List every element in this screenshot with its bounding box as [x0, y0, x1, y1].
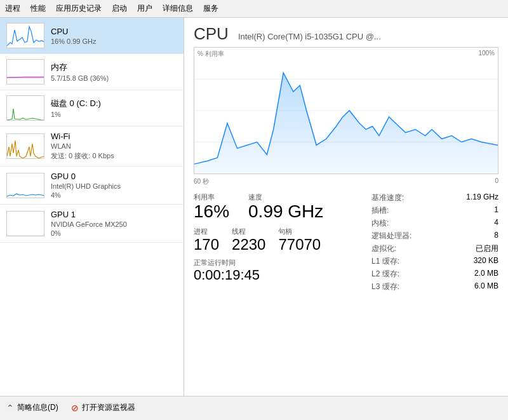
menu-performance[interactable]: 性能: [25, 1, 51, 16]
gpu1-info: GPU 1 NVIDIA GeForce MX250 0%: [51, 210, 177, 237]
handles-stat: 句柄 77070: [278, 227, 321, 253]
info-cores: 内核: 4: [371, 218, 498, 229]
menu-services[interactable]: 服务: [198, 1, 224, 16]
chevron-icon: ⌃: [6, 403, 14, 413]
gpu0-title: GPU 0: [51, 172, 177, 181]
cpu-chart: % 利用率 100%: [194, 47, 498, 174]
monitor-link[interactable]: ⊘ 打开资源监视器: [71, 402, 135, 413]
gpu0-subtitle: 4%: [51, 191, 177, 199]
info-base-speed: 基准速度: 1.19 GHz: [371, 193, 498, 203]
wifi-title: Wi-Fi: [51, 132, 177, 141]
main-container: CPU 16% 0.99 GHz 内存 5.7/15.8 GB (36%): [0, 18, 508, 396]
l1-key: L1 缓存:: [371, 256, 399, 267]
virtualization-val: 已启用: [476, 243, 498, 254]
chart-time-right: 0: [495, 177, 498, 186]
sidebar-item-memory[interactable]: 内存 5.7/15.8 GB (36%): [0, 54, 184, 90]
speed-stat: 速度 0.99 GHz: [248, 193, 323, 222]
handles-label: 句柄: [278, 227, 321, 236]
utilization-value: 16%: [194, 202, 229, 222]
menu-details[interactable]: 详细信息: [157, 1, 198, 16]
threads-value: 2230: [232, 236, 265, 253]
disk-title: 磁盘 0 (C: D:): [51, 98, 177, 109]
processes-label: 进程: [194, 227, 219, 236]
memory-subtitle: 5.7/15.8 GB (36%): [51, 74, 177, 82]
gpu0-thumbnail: [6, 173, 44, 198]
slots-key: 插槽:: [371, 205, 389, 216]
menu-apphistory[interactable]: 应用历史记录: [51, 1, 107, 16]
slots-val: 1: [494, 205, 498, 216]
wifi-thumbnail: [6, 133, 44, 159]
utilization-label: 利用率: [194, 193, 229, 202]
info-logical: 逻辑处理器: 8: [371, 231, 498, 241]
gpu1-thumbnail: [6, 211, 44, 236]
right-info: 基准速度: 1.19 GHz 插槽: 1 内核: 4 逻辑处理器: 8 虚拟化:: [371, 193, 498, 294]
detail-panel: CPU Intel(R) Core(TM) i5-1035G1 CPU @...…: [184, 18, 508, 396]
virtualization-key: 虚拟化:: [371, 243, 396, 254]
memory-info: 内存 5.7/15.8 GB (36%): [51, 62, 177, 82]
stats-row2: 进程 170 线程 2230 句柄 77070: [194, 227, 352, 253]
sidebar: CPU 16% 0.99 GHz 内存 5.7/15.8 GB (36%): [0, 18, 184, 396]
menu-users[interactable]: 用户: [132, 1, 157, 16]
speed-value: 0.99 GHz: [248, 202, 323, 222]
sidebar-item-gpu0[interactable]: GPU 0 Intel(R) UHD Graphics 4%: [0, 166, 184, 205]
svg-rect-1: [7, 212, 44, 236]
l2-val: 2.0 MB: [474, 269, 498, 280]
l3-key: L3 缓存:: [371, 281, 399, 292]
info-l2: L2 缓存: 2.0 MB: [371, 269, 498, 280]
chart-y-max: 100%: [478, 50, 495, 57]
detail-subtitle: Intel(R) Core(TM) i5-1035G1 CPU @...: [238, 32, 381, 41]
left-stats: 利用率 16% 速度 0.99 GHz 进程 170 线程: [194, 193, 352, 294]
gpu1-subtitle: 0%: [51, 229, 177, 237]
chart-time-labels: 60 秒 0: [194, 177, 498, 186]
summary-label[interactable]: 简略信息(D): [17, 402, 58, 413]
chart-y-label: % 利用率: [197, 50, 224, 58]
info-virtualization: 虚拟化: 已启用: [371, 243, 498, 254]
summary-link[interactable]: ⌃ 简略信息(D): [6, 402, 58, 413]
uptime-label: 正常运行时间: [194, 258, 352, 268]
monitor-label[interactable]: 打开资源监视器: [82, 402, 135, 413]
cores-val: 4: [494, 218, 498, 229]
logical-key: 逻辑处理器:: [371, 231, 411, 241]
base-speed-val: 1.19 GHz: [466, 193, 498, 203]
sidebar-item-wifi[interactable]: Wi-Fi WLAN 发送: 0 接收: 0 Kbps: [0, 126, 184, 166]
cores-key: 内核:: [371, 218, 389, 229]
memory-title: 内存: [51, 62, 177, 73]
menubar: 进程 性能 应用历史记录 启动 用户 详细信息 服务: [0, 0, 508, 18]
l2-key: L2 缓存:: [371, 269, 399, 280]
sidebar-item-gpu1[interactable]: GPU 1 NVIDIA GeForce MX250 0%: [0, 205, 184, 243]
monitor-icon: ⊘: [71, 403, 79, 413]
wifi-subtitle: 发送: 0 接收: 0 Kbps: [51, 151, 177, 161]
chart-time-left: 60 秒: [194, 177, 209, 186]
gpu1-subtitle2: NVIDIA GeForce MX250: [51, 220, 177, 228]
info-l3: L3 缓存: 6.0 MB: [371, 281, 498, 292]
threads-stat: 线程 2230: [232, 227, 265, 253]
cpu-subtitle: 16% 0.99 GHz: [51, 37, 177, 45]
processes-stat: 进程 170: [194, 227, 219, 253]
menu-process[interactable]: 进程: [0, 1, 25, 16]
gpu1-title: GPU 1: [51, 210, 177, 219]
cpu-chart-svg: [194, 48, 498, 173]
uptime-stat: 正常运行时间 0:00:19:45: [194, 258, 352, 283]
cpu-title: CPU: [51, 27, 177, 36]
detail-header: CPU Intel(R) Core(TM) i5-1035G1 CPU @...: [194, 24, 498, 44]
l3-val: 6.0 MB: [474, 281, 498, 292]
gpu0-info: GPU 0 Intel(R) UHD Graphics 4%: [51, 172, 177, 199]
base-speed-key: 基准速度:: [371, 193, 404, 203]
detail-title: CPU: [194, 24, 229, 44]
uptime-value: 0:00:19:45: [194, 268, 352, 283]
wifi-info: Wi-Fi WLAN 发送: 0 接收: 0 Kbps: [51, 132, 177, 161]
bottombar: ⌃ 简略信息(D) ⊘ 打开资源监视器: [0, 396, 508, 419]
sidebar-item-cpu[interactable]: CPU 16% 0.99 GHz: [0, 18, 184, 54]
sidebar-item-disk[interactable]: 磁盘 0 (C: D:) 1%: [0, 90, 184, 126]
disk-info: 磁盘 0 (C: D:) 1%: [51, 98, 177, 118]
l1-val: 320 KB: [474, 256, 498, 267]
info-slots: 插槽: 1: [371, 205, 498, 216]
wifi-subtitle2: WLAN: [51, 142, 177, 150]
logical-val: 8: [494, 231, 498, 241]
processes-value: 170: [194, 236, 219, 253]
handles-value: 77070: [278, 236, 321, 253]
menu-startup[interactable]: 启动: [107, 1, 132, 16]
utilization-stat: 利用率 16%: [194, 193, 229, 222]
cpu-info: CPU 16% 0.99 GHz: [51, 27, 177, 45]
stats-section: 利用率 16% 速度 0.99 GHz 进程 170 线程: [194, 193, 498, 294]
